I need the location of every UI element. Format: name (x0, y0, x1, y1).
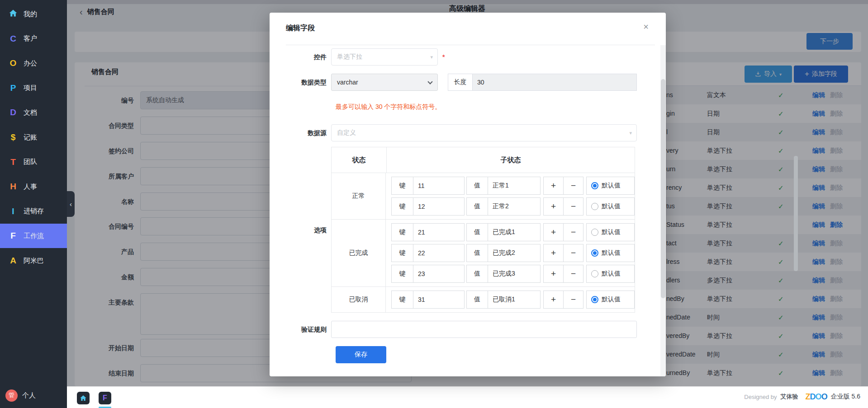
value-input[interactable] (488, 265, 540, 282)
sidebar-item-6[interactable]: $记账 (0, 125, 67, 150)
chevron-down-icon (427, 79, 432, 84)
page-scrollbar-thumb[interactable] (794, 156, 798, 271)
default-value-option[interactable]: 默认值 (586, 223, 635, 241)
key-group: 键 (391, 265, 465, 283)
add-option-button[interactable]: + (543, 291, 564, 309)
option-row: 键值+−默认值 (391, 291, 635, 309)
validation-label: 验证规则 (270, 321, 331, 338)
control-row: 控件 单选下拉 ▾ * (270, 48, 657, 66)
value-label: 值 (467, 198, 488, 215)
key-label: 键 (392, 265, 413, 282)
option-group: 已取消键值+−默认值 (332, 286, 635, 312)
default-value-option[interactable]: 默认值 (586, 244, 635, 262)
remove-option-button[interactable]: − (563, 177, 583, 195)
default-value-option[interactable]: 默认值 (586, 265, 635, 283)
control-label: 控件 (270, 48, 331, 66)
sidebar-item-label: 工作流 (24, 232, 44, 240)
remove-option-button[interactable]: − (563, 244, 583, 262)
key-input[interactable] (413, 265, 464, 282)
sidebar-item-9[interactable]: I进销存 (0, 199, 67, 224)
value-label: 值 (467, 224, 488, 241)
sidebar-item-label: 人事 (24, 183, 37, 191)
taskbar-branding: Designed by 艾体验 ZDOO 企业版 5.6 (744, 387, 860, 407)
default-value-option[interactable]: 默认值 (586, 177, 635, 195)
close-icon[interactable]: × (643, 22, 649, 32)
datatype-select[interactable]: varchar (331, 74, 438, 91)
add-option-button[interactable]: + (543, 177, 564, 195)
remove-option-button[interactable]: − (563, 291, 583, 309)
validation-input[interactable] (331, 321, 637, 338)
value-input[interactable] (488, 198, 540, 215)
add-option-button[interactable]: + (543, 244, 564, 262)
remove-option-button[interactable]: − (563, 223, 583, 241)
sidebar-collapse-handle[interactable]: ‹ (67, 191, 75, 217)
key-input[interactable] (413, 198, 464, 215)
datasource-value: 自定义 (337, 129, 356, 137)
key-input[interactable] (413, 224, 464, 241)
sidebar-user-item[interactable]: 管 个人 (0, 385, 67, 405)
radio-icon (591, 296, 598, 303)
length-hint: 最多可以输入 30 个字符和标点符号。 (336, 103, 657, 112)
app-letter-icon: P (7, 83, 19, 93)
sidebar-item-10[interactable]: F工作流 (0, 224, 67, 248)
app-letter-icon: C (7, 34, 19, 44)
add-option-button[interactable]: + (543, 265, 564, 283)
modal-scrollbar-thumb[interactable] (661, 79, 665, 298)
taskbar: F Designed by 艾体验 ZDOO 企业版 5.6 (67, 386, 868, 408)
substatus-header: 子状态 (387, 147, 635, 173)
avatar: 管 (5, 389, 18, 402)
key-label: 键 (392, 244, 413, 262)
default-value-label: 默认值 (602, 182, 621, 190)
default-value-option[interactable]: 默认值 (586, 291, 635, 309)
sidebar-item-5[interactable]: D文档 (0, 100, 67, 125)
add-option-button[interactable]: + (543, 223, 564, 241)
sidebar-item-7[interactable]: T团队 (0, 150, 67, 174)
value-group: 值 (466, 265, 541, 283)
app-letter-icon: T (7, 157, 19, 167)
default-value-option[interactable]: 默认值 (586, 197, 635, 216)
value-group: 值 (466, 223, 541, 241)
chevron-down-icon: ▾ (629, 130, 632, 136)
taskbar-workflow-app[interactable]: F (99, 392, 111, 404)
workflow-icon: F (103, 394, 107, 402)
default-value-label: 默认值 (602, 202, 621, 211)
logo-letter: O (816, 392, 821, 401)
sidebar-item-11[interactable]: A阿米巴 (0, 249, 67, 273)
radio-icon (591, 249, 598, 257)
key-input[interactable] (413, 177, 464, 194)
status-header: 状态 (332, 147, 387, 173)
taskbar-home-app[interactable] (77, 392, 90, 404)
sidebar-item-label: 文档 (24, 108, 37, 117)
option-rows: 键值+−默认值键值+−默认值键值+−默认值 (386, 220, 635, 286)
option-rows: 键值+−默认值键值+−默认值 (386, 173, 635, 219)
sidebar-item-label: 团队 (24, 158, 37, 166)
sidebar-item-3[interactable]: O办公 (0, 51, 67, 75)
sidebar-item-2[interactable]: C客户 (0, 27, 67, 51)
value-input[interactable] (488, 291, 540, 308)
add-option-button[interactable]: + (543, 197, 564, 216)
value-input[interactable] (488, 244, 540, 262)
sidebar-item-8[interactable]: H人事 (0, 174, 67, 199)
chevron-down-icon: ▾ (430, 54, 433, 60)
sidebar-item-4[interactable]: P项目 (0, 76, 67, 100)
edit-field-modal: 编辑字段 × 控件 单选下拉 ▾ * 数据类型 varchar (270, 13, 666, 376)
sidebar-item-label: 进销存 (24, 207, 44, 216)
remove-option-button[interactable]: − (563, 265, 583, 283)
key-label: 键 (392, 291, 413, 308)
sidebar-item-label: 记账 (24, 133, 37, 142)
radio-icon (591, 203, 598, 210)
key-input[interactable] (413, 291, 464, 308)
option-row: 键值+−默认值 (391, 177, 635, 195)
control-value: 单选下拉 (337, 53, 362, 61)
sidebar-user-label: 个人 (22, 391, 36, 400)
option-row: 键值+−默认值 (391, 265, 635, 283)
key-input[interactable] (413, 244, 464, 262)
datasource-select: 自定义 ▾ (331, 124, 637, 141)
datatype-value: varchar (337, 79, 358, 86)
sidebar-item-1[interactable]: 我的 (0, 2, 67, 26)
option-row: 键值+−默认值 (391, 223, 635, 241)
value-input[interactable] (488, 177, 540, 194)
remove-option-button[interactable]: − (563, 197, 583, 216)
save-button[interactable]: 保存 (336, 346, 386, 363)
value-input[interactable] (488, 224, 540, 241)
